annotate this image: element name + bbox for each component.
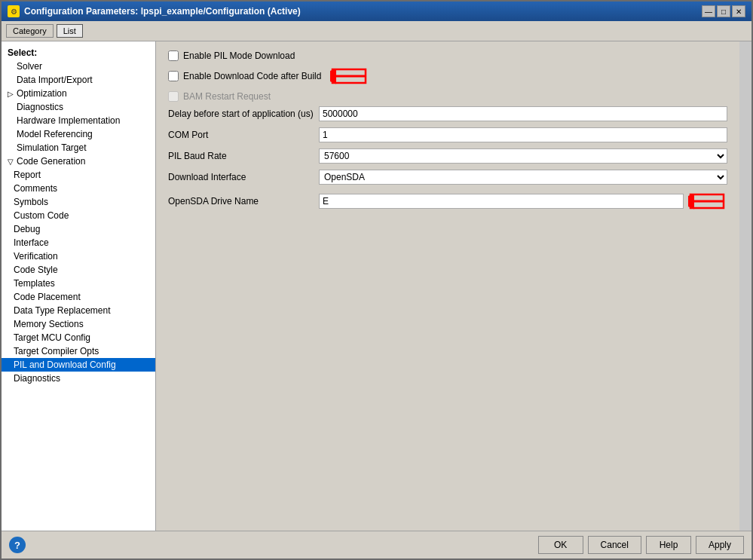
com-port-input[interactable] (319, 127, 727, 142)
collapse-icon: ▽ (8, 158, 15, 166)
cancel-button[interactable]: Cancel (588, 536, 641, 554)
sidebar-item-model-referencing[interactable]: Model Referencing (2, 127, 155, 141)
spacer-icon (8, 117, 15, 125)
enable-download-checkbox[interactable] (168, 71, 179, 81)
spacer-icon (8, 103, 15, 112)
main-window: ⚙ Configuration Parameters: lpspi_exampl… (0, 0, 753, 560)
bam-restart-label: BAM Restart Request (183, 91, 271, 102)
sidebar-item-pil-download-config[interactable]: PIL and Download Config (2, 358, 155, 372)
opensda-arrow-annotation (688, 191, 727, 212)
spacer-icon (8, 63, 15, 71)
bam-restart-row: BAM Restart Request (168, 91, 727, 102)
pil-baud-rate-row: PIL Baud Rate 57600 115200 9600 (168, 148, 727, 164)
expand-icon: ▷ (8, 90, 15, 98)
sidebar-item-code-placement[interactable]: Code Placement (2, 290, 155, 304)
sidebar-item-symbols[interactable]: Symbols (2, 195, 155, 209)
ok-button[interactable]: OK (538, 536, 583, 554)
sidebar-item-solver[interactable]: Solver (2, 60, 155, 73)
sidebar-item-memory-sections[interactable]: Memory Sections (2, 317, 155, 331)
spacer-icon (8, 144, 15, 152)
download-interface-row: Download Interface OpenSDA USB JTAG (168, 170, 727, 185)
content-area: Enable PIL Mode Download Enable Download… (156, 41, 739, 531)
download-interface-label: Download Interface (168, 172, 319, 182)
delay-input[interactable] (319, 106, 727, 121)
sidebar-item-target-mcu-config[interactable]: Target MCU Config (2, 331, 155, 344)
sidebar-item-comments[interactable]: Comments (2, 182, 155, 195)
spacer-icon (8, 76, 15, 84)
category-button[interactable]: Category (6, 24, 54, 38)
list-button[interactable]: List (57, 24, 83, 38)
com-port-row: COM Port (168, 127, 727, 142)
sidebar-item-verification[interactable]: Verification (2, 249, 155, 263)
sidebar-item-diagnostics2[interactable]: Diagnostics (2, 372, 155, 385)
main-content: Select: Solver Data Import/Export ▷ Opti… (2, 41, 751, 531)
apply-button[interactable]: Apply (696, 536, 744, 554)
sidebar-item-hardware-impl[interactable]: Hardware Implementation (2, 114, 155, 127)
enable-download-label[interactable]: Enable Download Code after Build (183, 71, 321, 81)
bottom-bar: ? OK Cancel Help Apply (2, 531, 751, 558)
enable-pil-checkbox[interactable] (168, 50, 179, 61)
sidebar-item-simulation-target[interactable]: Simulation Target (2, 141, 155, 155)
pil-baud-rate-label: PIL Baud Rate (168, 151, 319, 161)
sidebar-item-templates[interactable]: Templates (2, 277, 155, 290)
bam-restart-checkbox[interactable] (168, 91, 179, 102)
sidebar-item-interface[interactable]: Interface (2, 236, 155, 249)
sidebar-select-label: Select: (2, 44, 155, 60)
enable-pil-label[interactable]: Enable PIL Mode Download (183, 50, 295, 61)
help-button[interactable]: Help (646, 536, 691, 554)
delay-label: Delay before start of application (us) (168, 109, 319, 119)
spacer-icon (8, 130, 15, 139)
sidebar-item-target-compiler-opts[interactable]: Target Compiler Opts (2, 344, 155, 358)
enable-download-row: Enable Download Code after Build (168, 66, 727, 87)
sidebar-item-custom-code[interactable]: Custom Code (2, 209, 155, 222)
download-interface-select[interactable]: OpenSDA USB JTAG (319, 170, 727, 185)
pil-baud-rate-select[interactable]: 57600 115200 9600 (319, 148, 727, 164)
delay-row: Delay before start of application (us) (168, 106, 727, 121)
opensda-drive-name-label: OpenSDA Drive Name (168, 196, 319, 207)
sidebar-item-data-type-replacement[interactable]: Data Type Replacement (2, 304, 155, 317)
close-button[interactable]: ✕ (732, 5, 745, 17)
sidebar-item-diagnostics[interactable]: Diagnostics (2, 100, 155, 114)
titlebar-controls: — □ ✕ (702, 5, 745, 17)
enable-pil-row: Enable PIL Mode Download (168, 50, 727, 61)
download-arrow-annotation (330, 66, 369, 87)
bottom-buttons: OK Cancel Help Apply (538, 536, 744, 554)
help-icon-button[interactable]: ? (9, 537, 26, 553)
sidebar-item-code-style[interactable]: Code Style (2, 263, 155, 277)
minimize-button[interactable]: — (702, 5, 715, 17)
sidebar-item-debug[interactable]: Debug (2, 222, 155, 236)
sidebar: Select: Solver Data Import/Export ▷ Opti… (2, 41, 156, 531)
opensda-drive-name-row: OpenSDA Drive Name (168, 191, 727, 212)
sidebar-item-code-generation[interactable]: ▽ Code Generation (2, 155, 155, 168)
right-scrollbar[interactable] (739, 41, 751, 531)
maximize-button[interactable]: □ (717, 5, 730, 17)
sidebar-item-report[interactable]: Report (2, 168, 155, 182)
sidebar-item-data-import-export[interactable]: Data Import/Export (2, 73, 155, 87)
com-port-label: COM Port (168, 130, 319, 140)
app-icon: ⚙ (8, 5, 20, 17)
toolbar: Category List (2, 21, 751, 41)
opensda-drive-name-input[interactable] (319, 194, 684, 209)
window-title: Configuration Parameters: lpspi_example/… (24, 6, 697, 17)
titlebar: ⚙ Configuration Parameters: lpspi_exampl… (2, 2, 751, 21)
sidebar-item-optimization[interactable]: ▷ Optimization (2, 87, 155, 100)
